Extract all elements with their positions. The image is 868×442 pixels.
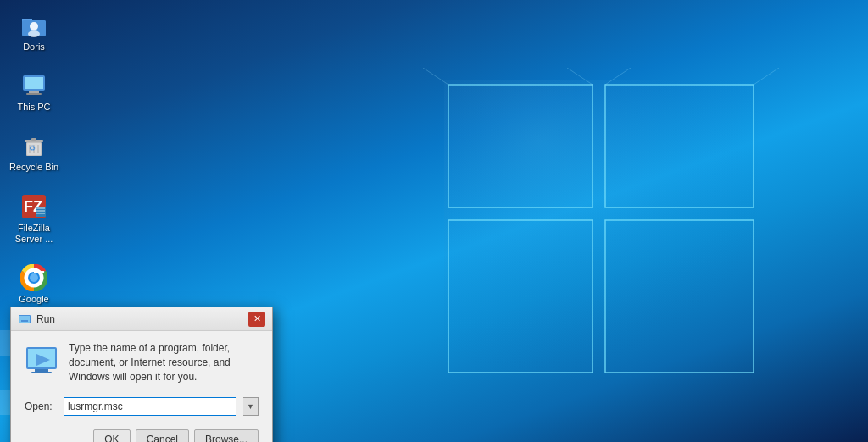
filezilla-icon: FZ xyxy=(20,193,47,220)
dialog-body: Type the name of a program, folder, docu… xyxy=(11,331,272,394)
svg-rect-17 xyxy=(26,93,42,95)
svg-line-5 xyxy=(423,68,448,85)
windows-logo xyxy=(423,68,821,390)
desktop-icon-this-pc[interactable]: This PC xyxy=(4,69,64,116)
svg-point-34 xyxy=(30,273,38,282)
dialog-open-label: Open: xyxy=(25,401,57,412)
svg-rect-30 xyxy=(36,210,45,212)
run-dialog: Run ✕ Type the name of a program, folder… xyxy=(10,307,273,442)
dialog-run-icon xyxy=(25,343,58,377)
run-dialog-dropdown[interactable]: ▼ xyxy=(243,397,259,416)
svg-point-13 xyxy=(28,30,40,37)
svg-rect-31 xyxy=(36,213,45,214)
dialog-title-left: Run xyxy=(18,312,55,326)
desktop-icon-recycle-bin[interactable]: ♻ Recycle Bin xyxy=(4,129,64,176)
this-pc-icon xyxy=(20,72,47,99)
desktop-icon-doris[interactable]: Doris xyxy=(4,8,64,56)
doris-icon xyxy=(20,12,47,39)
svg-text:♻: ♻ xyxy=(29,144,36,152)
svg-point-12 xyxy=(30,22,38,30)
run-dialog-icon xyxy=(18,312,31,326)
run-dialog-input[interactable] xyxy=(64,397,236,416)
doris-icon-label: Doris xyxy=(23,41,45,52)
svg-rect-21 xyxy=(31,138,36,141)
svg-rect-4 xyxy=(444,80,758,377)
desktop-icon-filezilla[interactable]: FZ FileZilla Server ... xyxy=(4,190,64,248)
svg-rect-50 xyxy=(31,372,52,373)
dialog-buttons: OK Cancel Browse... xyxy=(11,426,272,442)
run-dialog-ok-button[interactable]: OK xyxy=(93,429,130,442)
this-pc-icon-label: This PC xyxy=(17,102,50,113)
run-dialog-cancel-button[interactable]: Cancel xyxy=(136,429,189,442)
dialog-titlebar: Run ✕ xyxy=(11,307,272,331)
run-dialog-browse-button[interactable]: Browse... xyxy=(194,429,259,442)
dialog-title-text: Run xyxy=(36,313,55,325)
svg-line-8 xyxy=(754,68,779,85)
dialog-open-row: Open: ▼ xyxy=(11,394,272,426)
svg-rect-29 xyxy=(36,207,45,209)
filezilla-icon-label: FileZilla Server ... xyxy=(8,223,60,245)
recycle-bin-icon: ♻ xyxy=(20,132,47,159)
recycle-bin-icon-label: Recycle Bin xyxy=(9,162,58,173)
svg-rect-15 xyxy=(25,77,43,89)
chrome-icon xyxy=(20,264,47,291)
svg-rect-49 xyxy=(35,369,48,372)
dialog-close-button[interactable]: ✕ xyxy=(248,312,265,327)
desktop-icons: Doris This PC xyxy=(0,0,68,328)
dialog-message: Type the name of a program, folder, docu… xyxy=(69,341,259,384)
desktop: Doris This PC xyxy=(0,0,868,442)
svg-rect-45 xyxy=(21,320,28,322)
svg-rect-16 xyxy=(29,91,39,93)
